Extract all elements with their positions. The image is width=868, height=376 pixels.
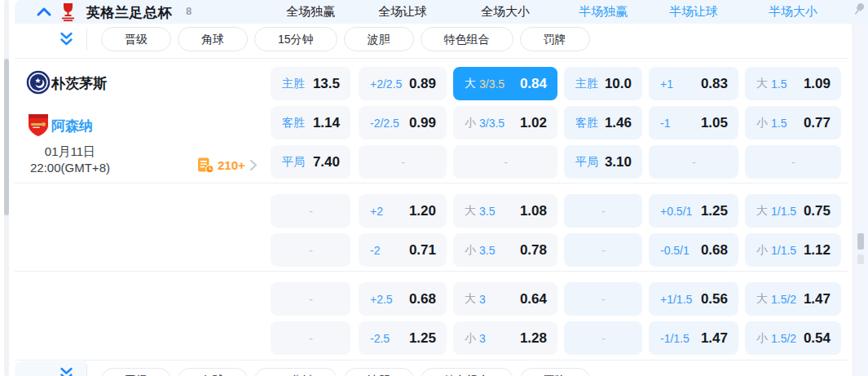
separator: [15, 58, 848, 59]
market-column-header[interactable]: 半场独赢: [579, 4, 628, 20]
odds-cell[interactable]: +2.50.68: [359, 282, 447, 316]
left-scrollbar-thumb[interactable]: [4, 59, 9, 215]
odds-cell[interactable]: 平局3.10: [564, 145, 642, 179]
odds-value: 0.71: [409, 242, 436, 259]
odds-cell[interactable]: 小31.28: [453, 321, 557, 355]
odds-value: 1.20: [409, 203, 436, 219]
league-title: 英格兰足总杯: [86, 3, 172, 22]
odds-cell[interactable]: 小1.5/20.54: [745, 321, 841, 355]
more-markets-count[interactable]: 210+: [218, 158, 245, 172]
odds-cell[interactable]: 小3/3.51.02: [453, 106, 557, 139]
market-column-header[interactable]: 全场独赢: [286, 4, 335, 20]
odds-cell[interactable]: 大1.51.09: [745, 67, 841, 100]
filter-pill[interactable]: 晋级: [101, 368, 171, 376]
selection-label: -0.5/1: [660, 244, 690, 257]
selection-label: +2.5: [370, 293, 393, 306]
odds-cell[interactable]: 大3.51.08: [453, 194, 557, 228]
filter-pill[interactable]: 罚牌: [520, 27, 590, 51]
match-date: 01月11日: [29, 144, 111, 160]
line-value: 3/3.5: [479, 77, 504, 91]
expand-all-button-bottom[interactable]: [59, 367, 73, 376]
odds-cell[interactable]: +0.5/11.25: [649, 194, 738, 228]
odds-cell: -: [564, 194, 642, 228]
home-team-logo-icon: [26, 70, 51, 95]
selection-label: -2.5: [370, 332, 390, 345]
odds-cell[interactable]: -2.51.25: [359, 321, 447, 355]
odds-value: 0.77: [804, 115, 831, 131]
filter-pill[interactable]: 罚牌: [520, 368, 590, 376]
line-value: 3.5: [479, 205, 495, 218]
odds-cell[interactable]: 小3.50.78: [453, 233, 557, 267]
odds-cell[interactable]: 客胜1.46: [564, 106, 642, 139]
chevron-up-icon: [36, 7, 52, 17]
chevron-right-icon[interactable]: [249, 159, 258, 171]
collapse-button[interactable]: [36, 7, 52, 17]
odds-value: 0.75: [804, 203, 831, 219]
selection-label: 客胜: [575, 116, 598, 130]
market-column-header[interactable]: 半场大小: [769, 4, 817, 20]
odds-value: 13.5: [313, 76, 340, 92]
more-markets-button[interactable]: [197, 157, 214, 174]
filter-pill[interactable]: 波胆: [344, 27, 414, 51]
selection-label: -2/2.5: [370, 117, 399, 130]
market-column-header[interactable]: 全场让球: [378, 4, 427, 20]
odds-cell[interactable]: +2/2.50.89: [359, 67, 447, 100]
odds-value: 1.47: [701, 330, 728, 347]
expand-all-button[interactable]: [59, 32, 73, 46]
odds-value: 0.78: [520, 242, 547, 259]
odds-cell[interactable]: +21.20: [359, 194, 447, 228]
no-odds-dash: -: [575, 332, 632, 345]
line-value: 1.5: [771, 117, 786, 130]
market-column-header[interactable]: 全场大小: [481, 4, 530, 20]
odds-value: 7.40: [313, 154, 340, 170]
odds-cell[interactable]: 平局7.40: [271, 145, 350, 179]
filter-pill[interactable]: 晋级: [101, 27, 171, 51]
odds-value: 1.02: [520, 115, 547, 131]
filter-pill[interactable]: 角球: [178, 368, 248, 376]
odds-cell[interactable]: 大30.64: [453, 282, 557, 316]
line-value: 1/1.5: [771, 244, 796, 257]
odds-cell[interactable]: 大1.5/21.47: [745, 282, 841, 316]
odds-value: 1.09: [804, 76, 831, 92]
odds-cell[interactable]: 客胜1.14: [271, 106, 350, 139]
odds-cell: -: [745, 145, 841, 179]
filter-pill[interactable]: 15分钟: [254, 368, 337, 376]
odds-cell[interactable]: 主胜13.5: [271, 67, 350, 100]
away-team-name[interactable]: 阿森纳: [51, 117, 93, 135]
odds-cell: -: [271, 194, 350, 228]
selection-label: +1: [660, 77, 673, 91]
odds-value: 0.68: [409, 291, 436, 307]
odds-cell[interactable]: 主胜10.0: [564, 67, 642, 100]
odds-cell[interactable]: +1/1.50.56: [649, 282, 738, 316]
odds-cell[interactable]: 大3/3.50.84: [453, 67, 557, 100]
odds-cell[interactable]: 大1/1.50.75: [745, 194, 841, 228]
line-value: 1.5/2: [771, 293, 796, 306]
no-odds-dash: -: [282, 293, 340, 306]
filter-pill[interactable]: 角球: [178, 27, 248, 51]
odds-cell[interactable]: -20.71: [359, 233, 447, 267]
no-odds-dash: -: [575, 244, 632, 257]
filter-pill[interactable]: 特色组合: [421, 27, 513, 51]
no-odds-dash: -: [465, 156, 547, 169]
selection-label: -1: [660, 117, 670, 130]
line-value: 1/1.5: [771, 205, 796, 218]
divider: [86, 365, 87, 376]
right-scrollbar-thumb[interactable]: [857, 233, 864, 250]
odds-cell[interactable]: +10.83: [649, 67, 738, 100]
odds-value: 3.10: [605, 154, 632, 170]
filter-pill[interactable]: 波胆: [344, 368, 414, 376]
odds-cell[interactable]: -2/2.50.99: [359, 106, 447, 139]
odds-cell[interactable]: -11.05: [649, 106, 738, 139]
filter-pill[interactable]: 特色组合: [421, 368, 513, 376]
pin-icon[interactable]: [851, 1, 867, 17]
odds-cell[interactable]: -1/1.51.47: [649, 321, 738, 355]
odds-value: 1.25: [409, 330, 436, 347]
over-under-label: 小: [756, 243, 768, 258]
selection-label: 客胜: [282, 116, 305, 130]
market-column-header[interactable]: 半场让球: [669, 4, 718, 20]
odds-cell[interactable]: 小1/1.51.12: [745, 233, 841, 267]
filter-pill[interactable]: 15分钟: [254, 27, 337, 51]
over-under-label: 小: [465, 331, 476, 346]
odds-cell[interactable]: 小1.50.77: [745, 106, 841, 139]
odds-cell[interactable]: -0.5/10.68: [649, 233, 738, 267]
